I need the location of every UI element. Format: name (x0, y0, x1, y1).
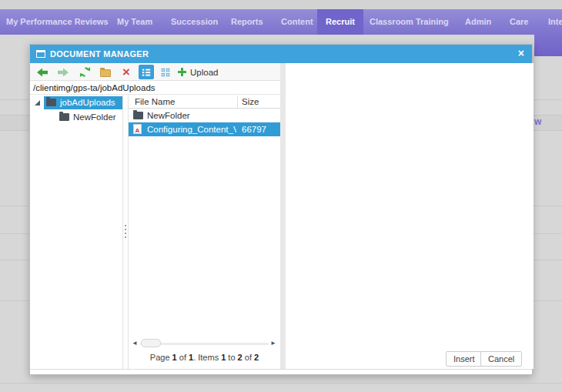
window-icon (36, 50, 45, 58)
tree-expand-caret-icon[interactable] (35, 100, 40, 106)
list-view-icon (141, 67, 152, 78)
nav-item-recruit-active[interactable]: Recruit (317, 9, 363, 35)
close-icon[interactable]: × (518, 45, 524, 63)
new-folder-button[interactable] (98, 65, 113, 79)
upload-label: Upload (190, 68, 218, 77)
scrollbar-thumb[interactable] (141, 339, 161, 347)
tree-selected-highlight: jobAdUploads (44, 96, 122, 109)
nav-secondary-strip (534, 35, 562, 56)
nav-item-succession[interactable]: Succession (171, 9, 218, 35)
column-header-size[interactable]: Size (242, 95, 259, 109)
dialog-titlebar[interactable]: DOCUMENT MANAGER × (30, 45, 532, 63)
delete-button[interactable]: × (119, 65, 134, 79)
file-name: NewFolder (147, 109, 236, 122)
file-list-header: File Name Size (129, 95, 280, 109)
scroll-left-arrow-icon[interactable]: ◄ (132, 340, 138, 347)
nav-item-content[interactable]: Content (281, 9, 313, 35)
delete-icon: × (122, 66, 130, 79)
nav-item-inte-cutoff[interactable]: Inte (548, 9, 562, 35)
forward-arrow-icon (57, 66, 69, 79)
refresh-icon (79, 66, 91, 78)
folder-tree-panel: jobAdUploads NewFolder (30, 95, 122, 369)
tree-item-jobaduploads[interactable]: jobAdUploads (30, 96, 122, 109)
folder-icon (46, 99, 56, 106)
nav-item-my-team[interactable]: My Team (117, 9, 152, 35)
pager-status: Page 1 of 1. Items 1 to 2 of 2 (129, 353, 280, 362)
bg-table-line (0, 383, 562, 384)
insert-button[interactable]: Insert (446, 351, 483, 367)
address-bar[interactable]: /clientimg/gps-ta/jobAdUploads (30, 81, 280, 95)
main-navbar: My Performance Reviews My Team Successio… (0, 9, 562, 35)
nav-item-classroom-training[interactable]: Classroom Training (370, 9, 449, 35)
cancel-button[interactable]: Cancel (480, 351, 522, 367)
grid-view-icon (160, 67, 171, 78)
file-size: 66797 (242, 122, 266, 136)
upload-button[interactable]: Upload (178, 65, 236, 79)
new-folder-icon (100, 69, 111, 77)
splitter-grip-icon (125, 223, 126, 240)
document-manager-dialog: DOCUMENT MANAGER × (29, 44, 533, 375)
file-row-selected-pdf[interactable]: A Configuring_Content_Vendo 66797 (129, 122, 280, 136)
nav-item-care[interactable]: Care (510, 9, 528, 35)
folder-icon (133, 112, 143, 119)
dialog-bottom-strip (30, 369, 532, 374)
file-name: Configuring_Content_Vendo (147, 122, 236, 136)
bg-partial-link-text: w (534, 116, 541, 127)
screen: My Performance Reviews My Team Successio… (0, 0, 562, 392)
file-explorer-toolbar: × Upload (30, 63, 280, 81)
dialog-title: DOCUMENT MANAGER (50, 49, 149, 59)
pdf-file-icon: A (133, 124, 142, 134)
refresh-button[interactable] (77, 65, 92, 79)
top-strip (0, 0, 562, 9)
tree-item-label: NewFolder (73, 111, 116, 124)
nav-item-my-performance-reviews[interactable]: My Performance Reviews (6, 9, 109, 35)
tree-item-label: jobAdUploads (60, 96, 115, 109)
tree-item-newfolder[interactable]: NewFolder (59, 111, 122, 124)
folder-icon (59, 113, 69, 121)
nav-item-admin[interactable]: Admin (465, 9, 491, 35)
file-list-panel: File Name Size NewFolder A Configuring_C… (129, 95, 280, 369)
back-button[interactable] (35, 65, 50, 79)
forward-button[interactable] (55, 65, 71, 79)
scroll-right-arrow-icon[interactable]: ► (270, 340, 276, 347)
preview-panel: Insert Cancel (286, 63, 534, 369)
upload-plus-icon (178, 68, 186, 76)
file-row-newfolder[interactable]: NewFolder (129, 109, 280, 122)
list-preview-splitter[interactable] (280, 63, 286, 369)
back-arrow-icon (36, 66, 49, 79)
column-separator (237, 95, 238, 108)
horizontal-scrollbar: ◄ ► (129, 337, 280, 350)
grid-view-button[interactable] (158, 65, 173, 79)
tree-list-splitter[interactable] (122, 95, 129, 369)
column-header-file-name[interactable]: File Name (135, 95, 175, 109)
list-view-button[interactable] (139, 65, 154, 79)
nav-item-reports[interactable]: Reports (231, 9, 263, 35)
